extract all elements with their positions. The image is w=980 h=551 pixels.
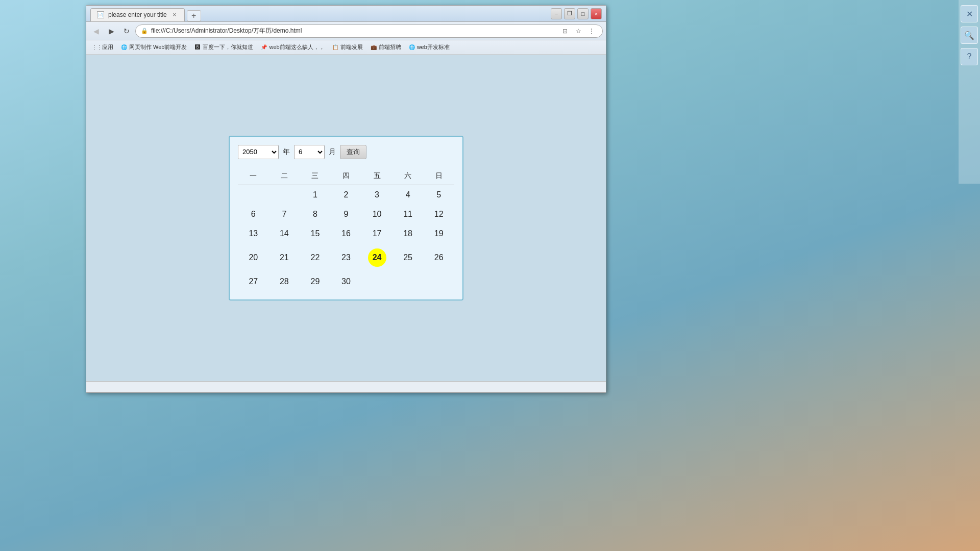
title-bar: 📄 please enter your title × + − ❐ □ × — [86, 6, 606, 22]
bookmark-3-icon: 📌 — [260, 44, 267, 51]
calendar-day[interactable]: 5 — [423, 185, 454, 205]
new-tab-button[interactable]: + — [187, 10, 201, 21]
address-bar[interactable]: 🔒 file:///C:/Users/Administrator/Desktop… — [135, 24, 603, 38]
calendar-day[interactable]: 19 — [423, 224, 454, 243]
weekday-wed: 三 — [300, 167, 331, 185]
calendar-header: 2048 2049 2050 2051 2052 年 1 2 3 4 5 6 7… — [238, 145, 454, 159]
calendar-week-row: 12345 — [238, 185, 454, 205]
sidebar-help-icon[interactable]: ? — [961, 48, 978, 65]
bookmark-webdev1[interactable]: 🌐 网页制作 Web前端开发 — [117, 42, 190, 52]
bookmark-frontend-jobs[interactable]: 💼 前端招聘 — [367, 42, 404, 52]
calendar-day[interactable]: 29 — [300, 272, 331, 291]
calendar-day[interactable]: 4 — [393, 185, 424, 205]
calendar-day[interactable]: 25 — [393, 243, 424, 272]
calendar-week-row: 6789101112 — [238, 205, 454, 224]
window-controls: − ❐ □ × — [551, 8, 602, 19]
bookmark-frontend-dev[interactable]: 📋 前端发展 — [329, 42, 366, 52]
navigation-toolbar: ◀ ▶ ↻ 🔒 file:///C:/Users/Administrator/D… — [86, 22, 606, 40]
minimize-button[interactable]: − — [551, 8, 562, 19]
calendar-day[interactable]: 17 — [361, 224, 393, 243]
calendar-grid: 一 二 三 四 五 六 日 12345678910111213141516171… — [238, 167, 454, 291]
page-content: 2048 2049 2050 2051 2052 年 1 2 3 4 5 6 7… — [86, 55, 606, 381]
calendar-week-row: 27282930 — [238, 272, 454, 291]
url-text: file:///C:/Users/Administrator/Desktop/万… — [151, 27, 556, 35]
bookmark-6-icon: 🌐 — [408, 44, 415, 51]
calendar-day — [423, 272, 454, 291]
weekday-thu: 四 — [331, 167, 362, 185]
sidebar-search-icon[interactable]: 🔍 — [961, 27, 978, 44]
close-button[interactable]: × — [591, 8, 602, 19]
bookmark-5-icon: 💼 — [370, 44, 377, 51]
weekday-sun: 日 — [423, 167, 454, 185]
calendar-day[interactable]: 13 — [238, 224, 269, 243]
bookmark-3-label: web前端这么缺人，， — [269, 43, 324, 51]
calendar-day[interactable]: 11 — [393, 205, 424, 224]
calendar-day[interactable]: 28 — [269, 272, 300, 291]
calendar-day — [361, 272, 393, 291]
bookmark-4-icon: 📋 — [332, 44, 339, 51]
apps-grid-icon: ⋮⋮ — [93, 44, 101, 51]
weekday-mon: 一 — [238, 167, 269, 185]
calendar-day[interactable]: 21 — [269, 243, 300, 272]
calendar-day[interactable]: 6 — [238, 205, 269, 224]
refresh-button[interactable]: ↻ — [120, 24, 133, 38]
bookmark-1-label: 网页制作 Web前端开发 — [129, 43, 187, 51]
calendar-day[interactable]: 24 — [361, 243, 393, 272]
bookmark-2-label: 百度一下，你就知道 — [203, 43, 253, 51]
calendar-day[interactable]: 15 — [300, 224, 331, 243]
calendar-day[interactable]: 30 — [331, 272, 362, 291]
calendar-day[interactable]: 14 — [269, 224, 300, 243]
calendar-day[interactable]: 7 — [269, 205, 300, 224]
calendar-week-row: 13141516171819 — [238, 224, 454, 243]
year-select[interactable]: 2048 2049 2050 2051 2052 — [238, 145, 279, 159]
calendar-day[interactable]: 1 — [300, 185, 331, 205]
restore-button[interactable]: ❐ — [564, 8, 575, 19]
bookmark-star-icon[interactable]: ☆ — [573, 26, 584, 37]
calendar-day — [393, 272, 424, 291]
calendar-day[interactable]: 16 — [331, 224, 362, 243]
calendar-day[interactable]: 23 — [331, 243, 362, 272]
bookmark-webstandard[interactable]: 🌐 web开发标准 — [405, 42, 453, 52]
calendar-day[interactable]: 27 — [238, 272, 269, 291]
month-label: 月 — [329, 147, 336, 157]
tab-close-button[interactable]: × — [171, 11, 178, 18]
sidebar-close-icon[interactable]: ✕ — [961, 5, 978, 22]
back-button[interactable]: ◀ — [89, 24, 103, 38]
calendar-day[interactable]: 18 — [393, 224, 424, 243]
cast-icon[interactable]: ⊡ — [559, 26, 571, 37]
year-label: 年 — [283, 147, 290, 157]
bookmark-webdev2[interactable]: 📌 web前端这么缺人，， — [257, 42, 327, 52]
address-lock-icon: 🔒 — [141, 28, 148, 34]
calendar-day[interactable]: 9 — [331, 205, 362, 224]
active-tab[interactable]: 📄 please enter your title × — [90, 8, 185, 21]
calendar-week-row: 20212223242526 — [238, 243, 454, 272]
status-bar — [86, 381, 606, 392]
highlighted-day[interactable]: 24 — [368, 248, 386, 267]
bookmark-2-icon: 🅱 — [194, 44, 201, 51]
query-button[interactable]: 查询 — [340, 145, 366, 159]
more-options-icon[interactable]: ⋮ — [586, 26, 597, 37]
bookmark-apps-label: 应用 — [102, 43, 113, 51]
forward-button[interactable]: ▶ — [105, 24, 118, 38]
calendar-day[interactable]: 26 — [423, 243, 454, 272]
calendar-day[interactable]: 12 — [423, 205, 454, 224]
calendar-day — [269, 185, 300, 205]
bookmark-6-label: web开发标准 — [417, 43, 450, 51]
bookmark-apps[interactable]: ⋮⋮ 应用 — [90, 42, 116, 52]
right-sidebar-panel: ✕ 🔍 ? — [863, 0, 980, 551]
calendar-day[interactable]: 22 — [300, 243, 331, 272]
calendar-widget: 2048 2049 2050 2051 2052 年 1 2 3 4 5 6 7… — [229, 136, 463, 300]
calendar-day[interactable]: 2 — [331, 185, 362, 205]
maximize-button[interactable]: □ — [577, 8, 589, 19]
tab-area: 📄 please enter your title × + — [90, 6, 549, 21]
bookmark-baidu[interactable]: 🅱 百度一下，你就知道 — [191, 42, 256, 52]
calendar-day[interactable]: 10 — [361, 205, 393, 224]
month-select[interactable]: 1 2 3 4 5 6 7 8 9 10 11 12 — [294, 145, 325, 159]
calendar-day[interactable]: 3 — [361, 185, 393, 205]
browser-window: 📄 please enter your title × + − ❐ □ × ◀ … — [86, 5, 606, 393]
weekday-fri: 五 — [361, 167, 393, 185]
calendar-day[interactable]: 20 — [238, 243, 269, 272]
weekday-tue: 二 — [269, 167, 300, 185]
bookmark-1-icon: 🌐 — [120, 44, 128, 51]
calendar-day[interactable]: 8 — [300, 205, 331, 224]
